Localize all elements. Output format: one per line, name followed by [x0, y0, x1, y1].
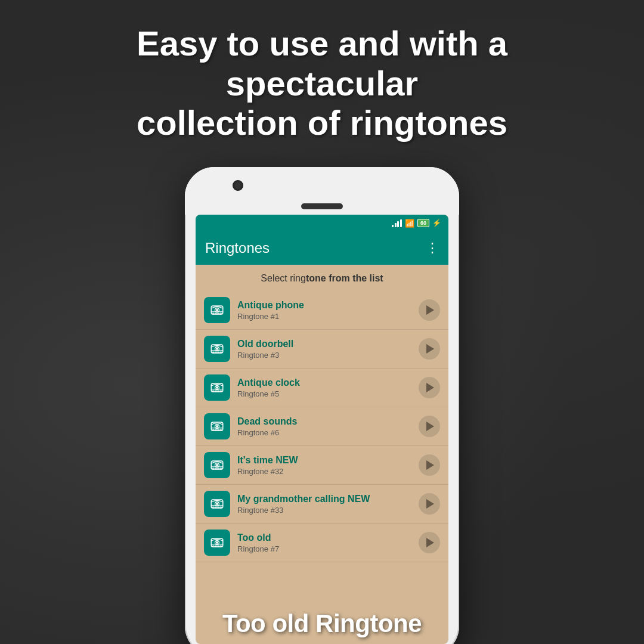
ringtone-icon: [204, 413, 230, 439]
ringtone-number: Ringtone #6: [237, 428, 411, 437]
ringtone-icon: [204, 336, 230, 362]
ringtone-name: Old doorbell: [237, 339, 411, 349]
svg-point-50: [216, 542, 218, 544]
headline-line1: Easy to use and with a spectacular: [137, 24, 507, 103]
ringtone-number: Ringtone #33: [237, 506, 411, 515]
ringtone-info: Dead sounds Ringtone #6: [237, 416, 411, 437]
telephone-icon: [209, 457, 225, 473]
signal-bar-4: [400, 219, 402, 227]
svg-rect-22: [218, 391, 219, 392]
svg-rect-39: [220, 468, 222, 469]
ringtone-name: My grandmother calling NEW: [237, 494, 411, 504]
headline: Easy to use and with a spectacular colle…: [0, 0, 644, 161]
signal-bar-2: [395, 223, 397, 227]
play-button[interactable]: [419, 377, 440, 398]
ringtone-name: Dead sounds: [237, 416, 411, 427]
list-item: My grandmother calling NEW Ringtone #33: [196, 485, 448, 524]
ringtone-info: My grandmother calling NEW Ringtone #33: [237, 494, 411, 515]
ringtone-name: Too old: [237, 532, 411, 543]
svg-rect-29: [215, 429, 217, 431]
ringtone-name: Antique clock: [237, 377, 411, 388]
list-item: Dead sounds Ringtone #6: [196, 407, 448, 446]
telephone-icon: [209, 379, 225, 396]
bolt-icon: ⚡: [432, 219, 441, 227]
svg-rect-46: [218, 507, 219, 508]
ringtone-info: Antique phone Ringtone #1: [237, 300, 411, 321]
svg-rect-52: [212, 546, 214, 547]
svg-rect-37: [215, 468, 217, 469]
ringtone-icon: [204, 374, 230, 401]
svg-rect-47: [220, 507, 222, 508]
app-header: Ringtones ⋮: [196, 231, 448, 265]
list-item: Antique phone Ringtone #1: [196, 291, 448, 330]
play-button[interactable]: [419, 338, 440, 360]
play-button[interactable]: [419, 532, 440, 553]
ringtone-list: Antique phone Ringtone #1: [196, 291, 448, 562]
ringtone-number: Ringtone #1: [237, 312, 411, 321]
svg-rect-30: [218, 429, 219, 431]
svg-rect-14: [218, 352, 219, 353]
svg-rect-4: [212, 313, 214, 314]
svg-rect-6: [218, 313, 219, 314]
list-subtitle: Select ringtone from the list: [196, 265, 448, 291]
play-button[interactable]: [419, 416, 440, 437]
wifi-icon: 📶: [405, 219, 414, 228]
svg-rect-31: [220, 429, 222, 431]
battery-icon: 60: [417, 219, 429, 227]
svg-point-2: [216, 309, 218, 311]
play-button[interactable]: [419, 454, 440, 476]
play-button[interactable]: [419, 493, 440, 515]
phone-shell: 📶 60 ⚡ Ringtones ⋮ Select ringtone from …: [185, 167, 459, 644]
svg-rect-44: [212, 507, 214, 508]
telephone-icon: [209, 302, 225, 318]
list-item: Old doorbell Ringtone #3: [196, 330, 448, 369]
ringtone-icon: [204, 491, 230, 517]
svg-rect-5: [215, 313, 217, 314]
signal-bars-icon: [392, 219, 402, 227]
ringtone-info: Antique clock Ringtone #5: [237, 377, 411, 398]
list-item: Antique clock Ringtone #5: [196, 369, 448, 407]
ringtone-icon: [204, 530, 230, 556]
svg-rect-7: [220, 313, 222, 314]
ringtone-name: It's time NEW: [237, 455, 411, 466]
play-button[interactable]: [419, 299, 440, 321]
svg-rect-55: [220, 546, 222, 547]
telephone-icon: [209, 496, 225, 512]
svg-point-26: [216, 426, 218, 428]
ringtone-info: Old doorbell Ringtone #3: [237, 339, 411, 360]
menu-dots-button[interactable]: ⋮: [426, 240, 439, 256]
svg-rect-53: [215, 546, 217, 547]
camera-icon: [233, 180, 243, 191]
content-area: Select ringtone from the list: [196, 265, 448, 562]
svg-rect-38: [218, 468, 219, 469]
status-bar: 📶 60 ⚡: [196, 215, 448, 231]
svg-rect-36: [212, 468, 214, 469]
phone-mockup: 📶 60 ⚡ Ringtones ⋮ Select ringtone from …: [185, 167, 459, 644]
phone-top-bezel: [185, 167, 459, 215]
ringtone-number: Ringtone #5: [237, 389, 411, 398]
ringtone-icon: [204, 297, 230, 323]
bottom-label: Too old Ringtone: [0, 609, 644, 638]
ringtone-number: Ringtone #32: [237, 467, 411, 476]
telephone-icon: [209, 418, 225, 435]
ringtone-name: Antique phone: [237, 300, 411, 311]
telephone-icon: [209, 534, 225, 551]
svg-point-34: [216, 465, 218, 466]
signal-bar-3: [397, 221, 399, 227]
signal-bar-1: [392, 225, 394, 227]
ringtone-icon: [204, 452, 230, 478]
svg-rect-13: [215, 352, 217, 353]
svg-point-18: [216, 387, 218, 389]
app-title: Ringtones: [205, 240, 270, 256]
svg-rect-23: [220, 391, 222, 392]
list-item: It's time NEW Ringtone #32: [196, 446, 448, 485]
phone-screen: 📶 60 ⚡ Ringtones ⋮ Select ringtone from …: [196, 215, 448, 644]
svg-point-10: [216, 348, 218, 350]
list-item: Too old Ringtone #7: [196, 524, 448, 562]
svg-rect-45: [215, 507, 217, 508]
svg-point-42: [216, 503, 218, 505]
ringtone-number: Ringtone #3: [237, 351, 411, 360]
svg-rect-12: [212, 352, 214, 353]
status-icons: 📶 60 ⚡: [392, 219, 441, 228]
headline-line2: collection of ringtones: [137, 103, 507, 142]
